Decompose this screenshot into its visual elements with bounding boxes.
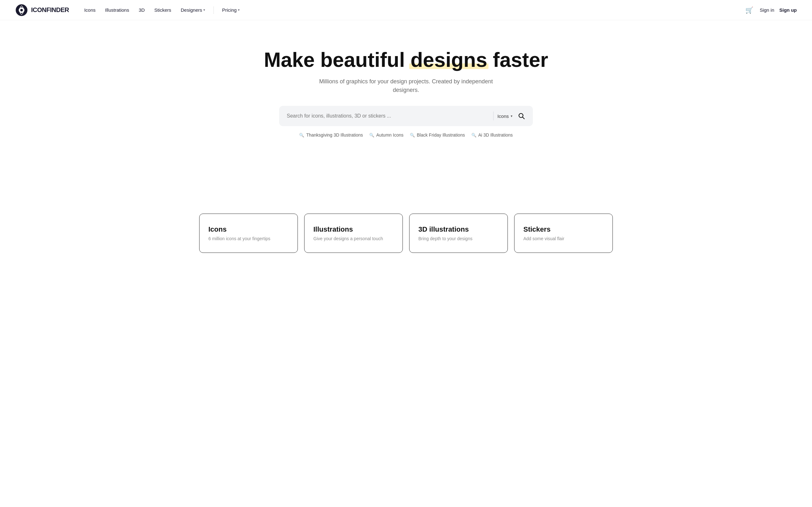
logo-link[interactable]: ICONFINDER — [15, 4, 69, 16]
search-small-icon: 🔍 — [369, 133, 374, 137]
search-small-icon: 🔍 — [299, 133, 304, 137]
nav-divider — [213, 6, 214, 14]
hero-section: Make beautiful designs faster Millions o… — [0, 20, 812, 182]
search-type-chevron-icon: ▾ — [511, 114, 513, 118]
nav-links: Icons Illustrations 3D Stickers Designer… — [80, 5, 744, 15]
hero-title: Make beautiful designs faster — [264, 49, 548, 71]
quick-searches: 🔍 Thanksgiving 3D Illustrations 🔍 Autumn… — [299, 132, 513, 137]
nav-icons[interactable]: Icons — [80, 5, 99, 15]
quick-search-thanksgiving[interactable]: 🔍 Thanksgiving 3D Illustrations — [299, 132, 363, 137]
search-divider — [493, 112, 494, 120]
category-card-illustrations[interactable]: Illustrations Give your designs a person… — [304, 214, 403, 253]
quick-search-blackfriday[interactable]: 🔍 Black Friday Illustrations — [410, 132, 465, 137]
brand-name: ICONFINDER — [31, 6, 69, 14]
hero-subtitle: Millions of graphics for your design pro… — [311, 77, 501, 95]
search-button[interactable] — [515, 110, 528, 122]
cart-icon[interactable]: 🛒 — [744, 5, 755, 15]
search-bar: Icons ▾ — [279, 106, 533, 126]
search-icon — [518, 112, 525, 120]
category-card-stickers[interactable]: Stickers Add some visual flair — [514, 214, 613, 253]
search-small-icon: 🔍 — [410, 133, 415, 137]
sign-up-link[interactable]: Sign up — [779, 7, 797, 13]
nav-right: 🛒 Sign in Sign up — [744, 5, 797, 15]
search-input[interactable] — [284, 113, 490, 119]
nav-illustrations[interactable]: Illustrations — [101, 5, 133, 15]
nav-pricing[interactable]: Pricing ▾ — [218, 5, 244, 15]
categories-section: Icons 6 million icons at your fingertips… — [184, 201, 628, 272]
search-type-selector[interactable]: Icons ▾ — [497, 113, 513, 119]
nav-designers[interactable]: Designers ▾ — [177, 5, 209, 15]
nav-3d[interactable]: 3D — [135, 5, 148, 15]
logo-icon — [15, 4, 28, 16]
category-card-icons[interactable]: Icons 6 million icons at your fingertips — [199, 214, 298, 253]
quick-search-autumn[interactable]: 🔍 Autumn Icons — [369, 132, 403, 137]
search-small-icon: 🔍 — [471, 133, 476, 137]
navbar: ICONFINDER Icons Illustrations 3D Sticke… — [0, 0, 812, 20]
svg-point-2 — [20, 9, 23, 11]
category-card-3d[interactable]: 3D illustrations Bring depth to your des… — [409, 214, 508, 253]
pricing-chevron-icon: ▾ — [238, 8, 240, 12]
nav-stickers[interactable]: Stickers — [150, 5, 175, 15]
sign-in-link[interactable]: Sign in — [760, 7, 774, 13]
designers-chevron-icon: ▾ — [203, 8, 205, 12]
quick-search-ai3d[interactable]: 🔍 Ai 3D Illustrations — [471, 132, 513, 137]
